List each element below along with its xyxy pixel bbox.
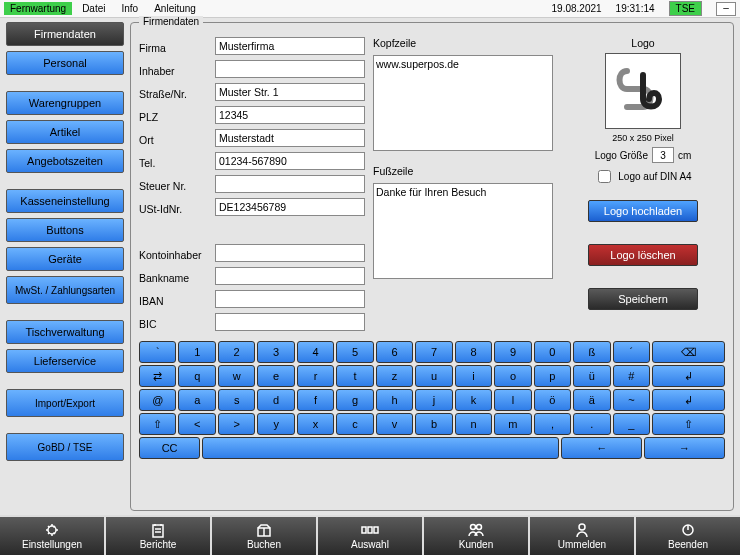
fernwartung-button[interactable]: Fernwartung xyxy=(4,2,72,15)
key-r[interactable]: r xyxy=(297,365,334,387)
key-9[interactable]: 9 xyxy=(494,341,531,363)
key-shift-r[interactable]: ⇧ xyxy=(652,413,725,435)
key-e[interactable]: e xyxy=(257,365,294,387)
key-v[interactable]: v xyxy=(376,413,413,435)
key-o[interactable]: o xyxy=(494,365,531,387)
key-5[interactable]: 5 xyxy=(336,341,373,363)
key-ß[interactable]: ß xyxy=(573,341,610,363)
key-tab[interactable]: ⇄ xyxy=(139,365,176,387)
key-left[interactable]: ← xyxy=(561,437,642,459)
key-´[interactable]: ´ xyxy=(613,341,650,363)
key-3[interactable]: 3 xyxy=(257,341,294,363)
minimize-button[interactable]: – xyxy=(716,2,736,16)
sidebar-item-2[interactable]: Warengruppen xyxy=(6,91,124,115)
button-save[interactable]: Speichern xyxy=(588,288,698,310)
key-d[interactable]: d xyxy=(257,389,294,411)
menu-datei[interactable]: Datei xyxy=(76,3,111,14)
key-ä[interactable]: ä xyxy=(573,389,610,411)
bottombar-buchen[interactable]: Buchen xyxy=(212,517,318,555)
key-x[interactable]: x xyxy=(297,413,334,435)
bottombar-kunden[interactable]: Kunden xyxy=(424,517,530,555)
sidebar-item-12[interactable]: GoBD / TSE xyxy=(6,433,124,461)
key-n[interactable]: n xyxy=(455,413,492,435)
bottombar-auswahl[interactable]: Auswahl xyxy=(318,517,424,555)
key-@[interactable]: @ xyxy=(139,389,176,411)
key-8[interactable]: 8 xyxy=(455,341,492,363)
key-u[interactable]: u xyxy=(415,365,452,387)
key-i[interactable]: i xyxy=(455,365,492,387)
key-k[interactable]: k xyxy=(455,389,492,411)
key-,[interactable]: , xyxy=(534,413,571,435)
input-strasse[interactable] xyxy=(215,83,365,101)
textarea-kopfzeile[interactable]: www.superpos.de xyxy=(373,55,553,151)
key-y[interactable]: y xyxy=(257,413,294,435)
key-1[interactable]: 1 xyxy=(178,341,215,363)
input-ust[interactable] xyxy=(215,198,365,216)
key-a[interactable]: a xyxy=(178,389,215,411)
input-steuer[interactable] xyxy=(215,175,365,193)
key-p[interactable]: p xyxy=(534,365,571,387)
input-firma[interactable] xyxy=(215,37,365,55)
input-kontoinhaber[interactable] xyxy=(215,244,365,262)
key-right[interactable]: → xyxy=(644,437,725,459)
key-ü[interactable]: ü xyxy=(573,365,610,387)
sidebar-item-7[interactable]: Geräte xyxy=(6,247,124,271)
key-enter[interactable]: ↲ xyxy=(652,365,725,387)
key-7[interactable]: 7 xyxy=(415,341,452,363)
key-s[interactable]: s xyxy=(218,389,255,411)
key-g[interactable]: g xyxy=(336,389,373,411)
key-space[interactable] xyxy=(202,437,559,459)
sidebar-item-9[interactable]: Tischverwaltung xyxy=(6,320,124,344)
key-j[interactable]: j xyxy=(415,389,452,411)
key->[interactable]: > xyxy=(218,413,255,435)
sidebar-item-4[interactable]: Angebotszeiten xyxy=(6,149,124,173)
textarea-fusszeile[interactable]: Danke für Ihren Besuch xyxy=(373,183,553,279)
sidebar-item-10[interactable]: Lieferservice xyxy=(6,349,124,373)
key-~[interactable]: ~ xyxy=(613,389,650,411)
key-<[interactable]: < xyxy=(178,413,215,435)
input-bankname[interactable] xyxy=(215,267,365,285)
key-0[interactable]: 0 xyxy=(534,341,571,363)
input-inhaber[interactable] xyxy=(215,60,365,78)
sidebar-item-8[interactable]: MwSt. / Zahlungsarten xyxy=(6,276,124,304)
sidebar-item-11[interactable]: Import/Export xyxy=(6,389,124,417)
input-ort[interactable] xyxy=(215,129,365,147)
key-f[interactable]: f xyxy=(297,389,334,411)
key-4[interactable]: 4 xyxy=(297,341,334,363)
tse-badge[interactable]: TSE xyxy=(669,1,702,16)
key-_[interactable]: _ xyxy=(613,413,650,435)
key-.[interactable]: . xyxy=(573,413,610,435)
key-#[interactable]: # xyxy=(613,365,650,387)
bottombar-beenden[interactable]: Beenden xyxy=(636,517,740,555)
menu-anleitung[interactable]: Anleitung xyxy=(148,3,202,14)
input-logo-size[interactable] xyxy=(652,147,674,163)
bottombar-berichte[interactable]: Berichte xyxy=(106,517,212,555)
input-iban[interactable] xyxy=(215,290,365,308)
button-logo-delete[interactable]: Logo löschen xyxy=(588,244,698,266)
input-bic[interactable] xyxy=(215,313,365,331)
key-h[interactable]: h xyxy=(376,389,413,411)
sidebar-item-6[interactable]: Buttons xyxy=(6,218,124,242)
key-`[interactable]: ` xyxy=(139,341,176,363)
key-ö[interactable]: ö xyxy=(534,389,571,411)
key-cc[interactable]: CC xyxy=(139,437,200,459)
bottombar-einstellungen[interactable]: Einstellungen xyxy=(0,517,106,555)
key-w[interactable]: w xyxy=(218,365,255,387)
key-c[interactable]: c xyxy=(336,413,373,435)
key-t[interactable]: t xyxy=(336,365,373,387)
key-m[interactable]: m xyxy=(494,413,531,435)
key-z[interactable]: z xyxy=(376,365,413,387)
key-b[interactable]: b xyxy=(415,413,452,435)
sidebar-item-1[interactable]: Personal xyxy=(6,51,124,75)
key-backspace[interactable]: ⌫ xyxy=(652,341,725,363)
key-l[interactable]: l xyxy=(494,389,531,411)
input-tel[interactable] xyxy=(215,152,365,170)
key-2[interactable]: 2 xyxy=(218,341,255,363)
button-logo-upload[interactable]: Logo hochladen xyxy=(588,200,698,222)
input-plz[interactable] xyxy=(215,106,365,124)
sidebar-item-0[interactable]: Firmendaten xyxy=(6,22,124,46)
menu-info[interactable]: Info xyxy=(116,3,145,14)
bottombar-ummelden[interactable]: Ummelden xyxy=(530,517,636,555)
key-6[interactable]: 6 xyxy=(376,341,413,363)
checkbox-logo-dina4[interactable] xyxy=(598,170,611,183)
